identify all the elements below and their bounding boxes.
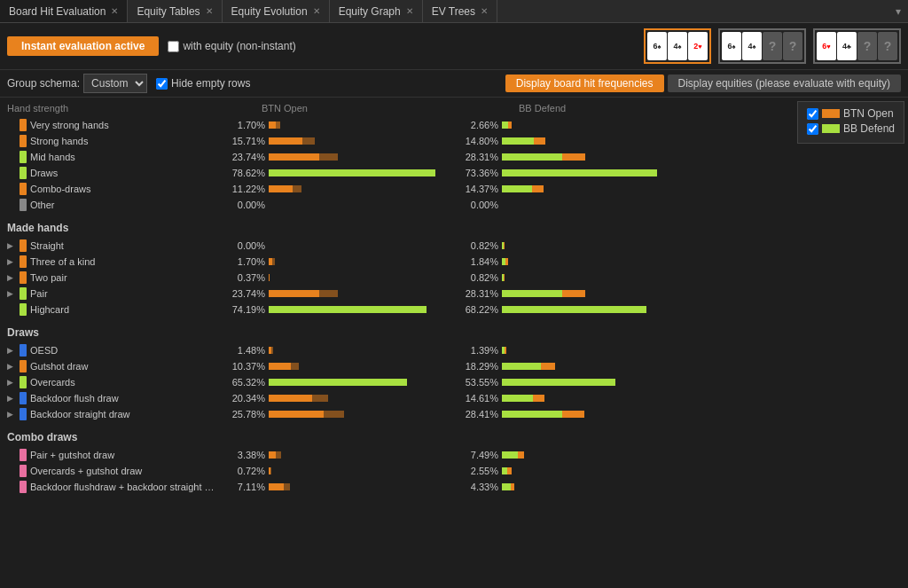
tab-equity-graph[interactable]: Equity Graph ✕: [330, 0, 423, 22]
close-tab-equity-evolution[interactable]: ✕: [313, 6, 320, 16]
label-toak: Three of a kind: [30, 256, 216, 267]
close-tab-equity-graph[interactable]: ✕: [406, 6, 413, 16]
label-backdoor-combo: Backdoor flushdraw + backdoor straight d…: [30, 482, 216, 492]
made-hands-section: Made hands ▶ Straight 0.00% 0.82% ▶ Thre…: [7, 213, 766, 318]
instant-eval-button[interactable]: Instant evaluation active: [7, 36, 159, 56]
pct-btn-backdoor-straight: 25.78%: [216, 409, 265, 419]
color-backdoor-straight: [20, 408, 27, 420]
row-oesd: ▶ OESD 1.48% 1.39%: [7, 342, 766, 358]
tab-equity-tables[interactable]: Equity Tables ✕: [128, 0, 222, 22]
pct-bb-combo-draws: 14.37%: [450, 184, 498, 194]
pct-btn-highcard: 74.19%: [216, 304, 265, 315]
label-overcards-gutshot: Overcards + gutshot draw: [30, 466, 216, 476]
bar-btn-draws: [269, 169, 446, 177]
bar-btn-oesd-o2: [271, 347, 273, 354]
bar-bb-oc-g: [502, 379, 615, 386]
expand-overcards[interactable]: ▶: [7, 378, 20, 387]
draws-title: Draws: [7, 318, 766, 342]
display-freq-button[interactable]: Display board hit frequencies: [505, 74, 664, 92]
bar-bb-oesd-o: [505, 347, 506, 354]
bar-btn-d-g: [269, 169, 435, 176]
group-schema-select[interactable]: Custom: [83, 74, 147, 93]
bar-bb-backdoor-flush: [502, 394, 679, 403]
label-straight: Straight: [30, 240, 216, 251]
bar-btn-m-o: [269, 153, 319, 161]
bar-bb-bs-g: [502, 411, 562, 418]
toolbar: Instant evaluation active with equity (n…: [0, 23, 908, 70]
color-backdoor-flush: [20, 392, 27, 404]
bar-bb-pair-gutshot: [502, 451, 679, 459]
card-set-1[interactable]: 6♠ 4♠ 2♥: [644, 28, 711, 64]
expand-two-pair[interactable]: ▶: [7, 273, 20, 282]
tab-ev-trees[interactable]: EV Trees ✕: [423, 0, 497, 22]
card-set-2[interactable]: 6♠ 4♠ ? ?: [718, 28, 806, 64]
pct-bb-highcard: 68.22%: [450, 304, 498, 315]
expand-backdoor-straight[interactable]: ▶: [7, 410, 20, 419]
bar-bb-hc-g: [502, 306, 646, 313]
row-straight: ▶ Straight 0.00% 0.82%: [7, 238, 766, 254]
legend-bb-defend-check[interactable]: [807, 123, 818, 135]
pct-bb-oesd: 1.39%: [450, 345, 498, 356]
bar-btn-two-pair: [269, 273, 446, 282]
expand-straight[interactable]: ▶: [7, 241, 20, 250]
bar-btn-bs-o: [269, 411, 324, 418]
bar-btn-vs-orange2: [276, 122, 280, 129]
expand-gutshot[interactable]: ▶: [7, 362, 20, 371]
hide-empty-checkbox[interactable]: [156, 78, 168, 90]
label-pair: Pair: [30, 288, 216, 299]
row-pair: ▶ Pair 23.74% 28.31%: [7, 286, 766, 302]
expand-backdoor-flush[interactable]: ▶: [7, 394, 20, 403]
display-equity-button[interactable]: Display equities (please evaluate with e…: [668, 74, 901, 92]
bar-btn-toak: [269, 257, 446, 266]
pct-bb-draws: 73.36%: [450, 168, 498, 178]
card-unknown-3: ?: [857, 32, 877, 60]
close-tab-board-hit[interactable]: ✕: [111, 6, 118, 16]
card-2h: 2♥: [688, 32, 708, 60]
close-tab-ev-trees[interactable]: ✕: [481, 6, 488, 16]
label-other: Other: [30, 200, 216, 210]
bar-btn-pair-o2: [319, 290, 338, 297]
label-combo-draws-hs: Combo-draws: [30, 184, 216, 194]
bar-bb-strong: [502, 137, 679, 145]
bar-bb-pair: [502, 289, 679, 298]
bar-bb-gutshot: [502, 362, 679, 371]
bar-bb-d-g: [502, 169, 657, 176]
pct-btn-oesd: 1.48%: [216, 345, 265, 356]
row-overcards-gutshot: Overcards + gutshot draw 0.72% 2.55%: [7, 463, 766, 479]
bar-btn-hc-g: [269, 306, 427, 313]
expand-three-of-a-kind[interactable]: ▶: [7, 257, 20, 266]
card-4s-2: 4♠: [742, 32, 762, 60]
bar-btn-highcard: [269, 305, 446, 314]
tab-dropdown[interactable]: ▾: [888, 5, 908, 18]
card-set-3[interactable]: 6♥ 4♣ ? ?: [813, 28, 901, 64]
color-combo-draws: [20, 183, 27, 195]
legend-btn-color: [822, 109, 840, 118]
tab-board-hit-evaluation[interactable]: Board Hit Evaluation ✕: [0, 0, 128, 22]
group-schema-container: Group schema: Custom: [7, 74, 147, 93]
table-area: Hand strength BTN Open BB Defend Very st…: [0, 98, 908, 588]
bar-btn-gs-o: [269, 363, 291, 370]
bar-bb-pair-o: [562, 290, 585, 297]
label-backdoor-straight: Backdoor straight draw: [30, 409, 216, 419]
bar-bb-m-g: [502, 153, 562, 161]
close-tab-equity-tables[interactable]: ✕: [206, 6, 213, 16]
bar-btn-tp-o: [269, 274, 270, 281]
col-bb-defend-header: BB Defend: [470, 103, 727, 114]
legend-btn-open-check[interactable]: [807, 108, 818, 120]
row-mid-hands: Mid hands 23.74% 28.31%: [7, 149, 766, 165]
card-6s-2: 6♠: [722, 32, 741, 60]
pct-btn-draws: 78.62%: [216, 168, 265, 178]
row-draws: Draws 78.62% 73.36%: [7, 165, 766, 181]
bar-btn-overcards: [269, 378, 446, 387]
expand-oesd[interactable]: ▶: [7, 346, 20, 355]
tab-equity-evolution[interactable]: Equity Evolution ✕: [223, 0, 330, 22]
bar-btn-s-o: [269, 137, 302, 145]
pct-bb-backdoor-straight: 28.41%: [450, 409, 498, 419]
row-gutshot: ▶ Gutshot draw 10.37% 18.29%: [7, 358, 766, 374]
with-equity-checkbox[interactable]: [168, 41, 179, 52]
bar-btn-pg-o2: [276, 451, 281, 459]
legend-bb-color: [822, 124, 840, 133]
card-4c: 4♣: [837, 32, 857, 60]
color-pair: [20, 287, 27, 300]
expand-pair[interactable]: ▶: [7, 289, 20, 298]
